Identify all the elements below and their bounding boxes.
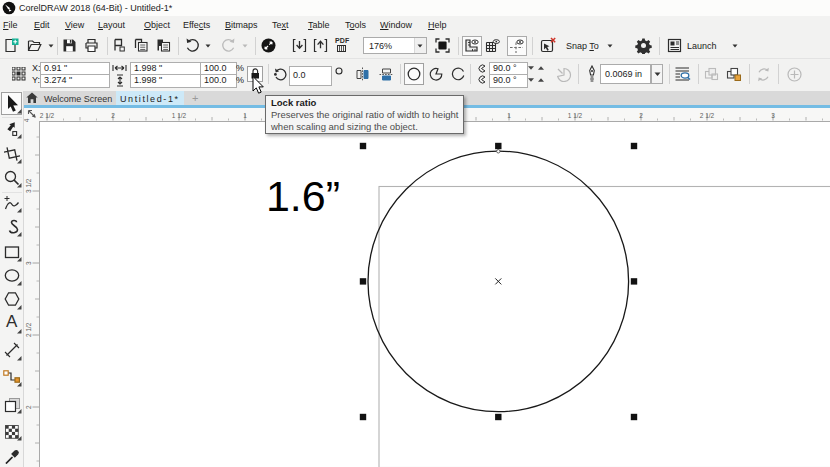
svg-text:1: 1: [243, 112, 247, 119]
svg-text:1: 1: [507, 112, 511, 119]
svg-text:2: 2: [111, 112, 115, 119]
svg-text:2: 2: [639, 112, 643, 119]
svg-text:3: 3: [25, 261, 32, 265]
svg-text:2: 2: [25, 405, 32, 409]
svg-text:3 1/2: 3 1/2: [25, 178, 32, 193]
svg-text:2 1/2: 2 1/2: [40, 112, 55, 119]
svg-text:1 1/2: 1 1/2: [172, 112, 187, 119]
svg-text:2 1/2: 2 1/2: [25, 322, 32, 337]
svg-text:2 1/2: 2 1/2: [700, 112, 715, 119]
svg-text:1 1/2: 1 1/2: [568, 112, 583, 119]
svg-text:3: 3: [771, 112, 775, 119]
